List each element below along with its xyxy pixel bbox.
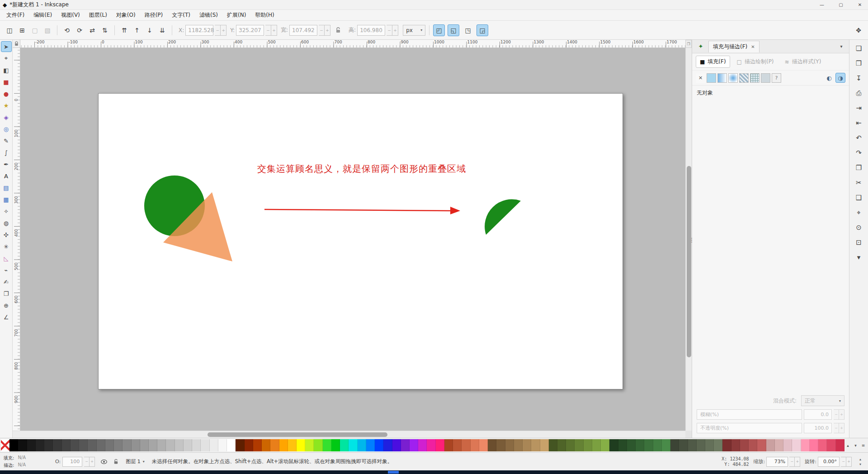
palette-swatch[interactable] xyxy=(410,439,418,451)
palette-swatch[interactable] xyxy=(175,439,184,451)
node-tool[interactable]: ⌖ xyxy=(1,53,12,64)
raise-to-top-button[interactable]: ⇈ xyxy=(118,24,130,36)
palette-swatch[interactable] xyxy=(18,439,27,451)
palette-swatch[interactable] xyxy=(1,439,9,451)
palette-swatch[interactable] xyxy=(679,439,688,451)
palette-swatch[interactable] xyxy=(358,439,366,451)
dock-tab-objects[interactable]: ✦ xyxy=(695,41,707,52)
menu-item[interactable]: 编辑(E) xyxy=(29,9,57,21)
tab-stroke-paint[interactable]: □ 描边绘制(P) xyxy=(733,56,778,68)
import-button[interactable]: ⇥ xyxy=(852,101,866,115)
palette-swatch[interactable] xyxy=(618,439,627,451)
selector-tool[interactable]: ➤ xyxy=(1,41,12,52)
box-3d-tool[interactable]: ◈ xyxy=(1,112,12,123)
panel-resize-handle[interactable]: ⋮ xyxy=(689,226,694,253)
width-spin-down[interactable]: − xyxy=(319,25,325,36)
horizontal-ruler[interactable]: -200-10001002003004005006007008009001000… xyxy=(20,40,685,48)
palette-swatch[interactable] xyxy=(540,439,549,451)
raise-button[interactable]: ↑ xyxy=(131,24,143,36)
select-all-button[interactable]: ◫ xyxy=(4,24,15,36)
palette-swatch[interactable] xyxy=(722,439,731,451)
lower-button[interactable]: ↓ xyxy=(144,24,156,36)
palette-swatch[interactable] xyxy=(479,439,488,451)
palette-swatch[interactable] xyxy=(114,439,123,451)
menu-item[interactable]: 对象(O) xyxy=(112,9,140,21)
palette-swatch[interactable] xyxy=(349,439,357,451)
palette-swatch[interactable] xyxy=(792,439,801,451)
palette-swatch[interactable] xyxy=(818,439,827,451)
mesh-gradient-tool[interactable]: ▦ xyxy=(1,194,12,205)
palette-swatch[interactable] xyxy=(157,439,166,451)
palette-swatch[interactable] xyxy=(227,439,236,451)
palette-swatch[interactable] xyxy=(36,439,44,451)
ellipse-tool[interactable]: ● xyxy=(1,88,12,99)
palette-swatch[interactable] xyxy=(523,439,531,451)
palette-swatch[interactable] xyxy=(609,439,618,451)
open-document-button[interactable]: ❒ xyxy=(852,57,866,70)
paste-button[interactable]: ❑ xyxy=(852,191,866,204)
zoom-out-button[interactable]: − xyxy=(789,457,795,467)
tab-stroke-style[interactable]: ≋ 描边样式(Y) xyxy=(781,56,826,68)
close-icon[interactable]: ✕ xyxy=(751,44,755,49)
fill-stroke-indicator[interactable]: 填充:N/A 描边:N/A xyxy=(4,455,51,469)
palette-swatch[interactable] xyxy=(210,439,218,451)
y-spin-up[interactable]: + xyxy=(271,25,277,36)
palette-swatch[interactable] xyxy=(496,439,505,451)
toolbar-overflow-button[interactable]: ▾ xyxy=(852,251,866,264)
palette-swatch[interactable] xyxy=(236,439,244,451)
dock-menu-button[interactable]: ▾ xyxy=(836,42,846,52)
horizontal-scrollbar-thumb[interactable] xyxy=(208,432,387,437)
palette-swatch[interactable] xyxy=(140,439,149,451)
lower-to-bottom-button[interactable]: ⇊ xyxy=(156,24,168,36)
palette-swatch[interactable] xyxy=(88,439,96,451)
zoom-tool[interactable]: ⊕ xyxy=(1,300,12,311)
opacity-slider[interactable]: 不透明度(%) xyxy=(697,423,802,433)
gradient-tool[interactable]: ▤ xyxy=(1,182,12,193)
statusbar-expander-down[interactable]: ▾ xyxy=(856,462,864,466)
intersection-result-object[interactable] xyxy=(485,199,521,235)
height-field[interactable]: 106.980 xyxy=(357,25,385,36)
paint-radial-gradient-button[interactable] xyxy=(728,73,738,83)
connector-tool[interactable]: ⌁ xyxy=(1,265,12,275)
palette-swatch[interactable] xyxy=(783,439,792,451)
paint-unknown-button[interactable]: ? xyxy=(772,73,781,83)
x-spin-up[interactable]: + xyxy=(221,25,226,36)
palette-swatch[interactable] xyxy=(366,439,375,451)
palette-swatch[interactable] xyxy=(9,439,18,451)
snap-toggle-button[interactable]: ✥ xyxy=(853,24,864,36)
palette-swatch[interactable] xyxy=(149,439,157,451)
palette-swatch[interactable] xyxy=(297,439,305,451)
scale-corners-toggle[interactable]: ◱ xyxy=(448,24,459,36)
tweak-tool[interactable]: ✣ xyxy=(1,229,12,240)
palette-swatch[interactable] xyxy=(601,439,609,451)
save-button[interactable]: ↧ xyxy=(852,71,866,85)
palette-swatch[interactable] xyxy=(79,439,88,451)
vertical-ruler[interactable]: 0100200300400500600700800900 xyxy=(13,48,20,431)
palette-swatch[interactable] xyxy=(218,439,227,451)
blur-slider[interactable]: 模糊(%) xyxy=(697,409,802,420)
palette-swatch[interactable] xyxy=(305,439,314,451)
palette-swatch[interactable] xyxy=(670,439,679,451)
palette-swatch[interactable] xyxy=(314,439,322,451)
statusbar-expander-up[interactable]: ▴ xyxy=(856,457,864,461)
palette-swatch[interactable] xyxy=(262,439,270,451)
menu-item[interactable]: 文字(T) xyxy=(167,9,195,21)
palette-swatch[interactable] xyxy=(53,439,61,451)
print-button[interactable]: ⎙ xyxy=(852,86,866,100)
height-spin-up[interactable]: + xyxy=(392,25,398,36)
paint-pattern-button[interactable] xyxy=(739,73,749,83)
palette-swatch[interactable] xyxy=(44,439,53,451)
palette-swatch[interactable] xyxy=(566,439,575,451)
menu-item[interactable]: 扩展(N) xyxy=(222,9,250,21)
palette-menu-button[interactable]: ≡ xyxy=(859,439,867,451)
palette-swatch[interactable] xyxy=(270,439,279,451)
palette-swatch[interactable] xyxy=(444,439,453,451)
palette-swatch[interactable] xyxy=(462,439,470,451)
fill-rule-nonzero-button[interactable]: ◑ xyxy=(835,73,845,83)
shape-builder-tool[interactable]: ◧ xyxy=(1,65,12,76)
palette-swatch[interactable] xyxy=(697,439,705,451)
palette-swatch[interactable] xyxy=(392,439,401,451)
paint-bucket-tool[interactable]: ◍ xyxy=(1,218,12,228)
palette-swatch[interactable] xyxy=(740,439,749,451)
zoom-in-button[interactable]: + xyxy=(795,457,800,467)
